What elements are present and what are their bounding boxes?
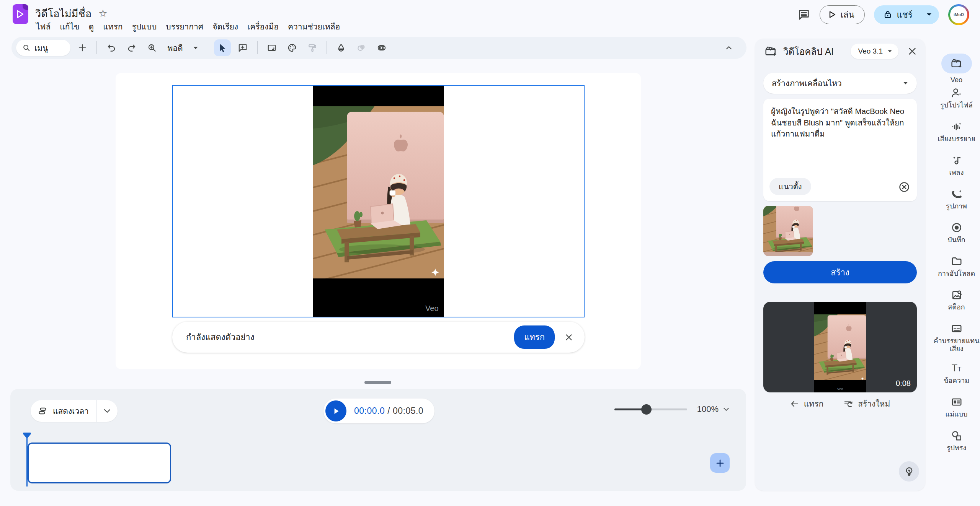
add-comment-button[interactable] [234, 39, 251, 56]
plus-icon [715, 458, 725, 468]
ai-video-panel: .cl-s{fill:none;stroke:#3c4043;stroke-wi… [755, 39, 925, 491]
app-logo-icon[interactable] [13, 4, 28, 24]
aspect-ratio-chip[interactable]: แนวตั้ง [769, 178, 811, 195]
create-button[interactable]: สร้าง [763, 261, 917, 283]
timeline-play-button[interactable] [325, 400, 346, 421]
comment-history-icon[interactable] [797, 8, 810, 21]
menu-insert[interactable]: แทรก [98, 19, 127, 34]
zoom-button[interactable] [144, 39, 160, 56]
animations-button[interactable] [373, 39, 390, 56]
close-panel-button[interactable] [907, 46, 918, 57]
undo-button[interactable] [103, 39, 120, 56]
generated-video-card[interactable]: Veo 0:08 [763, 302, 917, 392]
timeline-resize-handle[interactable] [364, 381, 391, 384]
rail-item-text[interactable]: TT ข้อความ [933, 363, 980, 396]
menu-arrange[interactable]: จัดเรียง [208, 19, 243, 34]
zoom-level-select[interactable]: 100% [697, 404, 729, 414]
tips-button[interactable] [899, 461, 919, 482]
rail-item-voiceover[interactable]: เสียงบรรยาย [933, 121, 980, 155]
transparency-button[interactable] [353, 39, 370, 56]
caret-down-icon [193, 46, 198, 50]
show-time-button[interactable]: แสดงเวลา [31, 400, 118, 422]
reference-image-thumbnail[interactable] [763, 206, 813, 256]
insert-generated-button[interactable]: แทรก [790, 397, 823, 410]
zoom-slider[interactable] [614, 408, 687, 410]
paint-roller-icon [307, 43, 317, 53]
clear-prompt-button[interactable] [898, 181, 910, 193]
time-separator: / [385, 406, 393, 416]
insert-content-button[interactable] [74, 39, 91, 56]
dismiss-preview-button[interactable] [564, 332, 574, 342]
video-preview[interactable]: Veo [313, 86, 444, 317]
toolbar: เมนู พอดี [11, 37, 746, 59]
menu-view[interactable]: ดู [84, 19, 98, 34]
play-button[interactable]: เล่น [820, 5, 865, 24]
palette-icon [287, 43, 297, 53]
rail-item-stock[interactable]: สต็อก [933, 289, 980, 323]
veo-watermark: Veo [425, 304, 438, 313]
theme-colors-button[interactable] [284, 39, 301, 56]
timeline-clip[interactable] [28, 443, 171, 483]
rail-item-music[interactable]: เพลง [933, 155, 980, 188]
collapse-toolbar-button[interactable] [720, 39, 737, 56]
rail-item-veo[interactable]: Veo [933, 54, 980, 87]
menu-help[interactable]: ความช่วยเหลือ [283, 19, 345, 34]
prompt-editor[interactable]: ผู้หญิงในรูปพูดว่า "สวัสดี MacBook Neo ฉ… [763, 99, 917, 201]
stock-media-icon [951, 289, 962, 301]
total-time: 00:05.0 [393, 406, 423, 416]
menu-file[interactable]: ไฟล์ [31, 19, 55, 34]
transparency-icon [356, 43, 366, 53]
rail-item-templates[interactable]: แม่แบบ [933, 396, 980, 430]
regenerate-button[interactable]: สร้างใหม่ [843, 397, 890, 410]
zoom-fit-select[interactable]: พอดี [164, 42, 202, 54]
paint-format-button[interactable] [304, 39, 321, 56]
canvas-area: Veo กำลังแสดงตัวอย่าง แทรก [116, 73, 641, 369]
arrow-left-icon [790, 399, 799, 408]
select-tool-button[interactable] [214, 39, 231, 56]
preview-toast: กำลังแสดงตัวอย่าง แทรก [172, 322, 585, 353]
redo-button[interactable] [123, 39, 140, 56]
current-time: 00:00.0 [354, 406, 385, 416]
menu-search-input[interactable]: เมนู [16, 40, 70, 56]
share-dropdown-button[interactable] [919, 13, 939, 16]
resize-frame-button[interactable] [263, 39, 280, 56]
undo-icon [106, 43, 116, 53]
ai-clapperboard-icon [765, 45, 777, 57]
plus-icon [77, 43, 87, 53]
add-scene-button[interactable] [710, 453, 730, 473]
rail-item-profile-picture[interactable]: รูปโปรไฟล์ [933, 87, 980, 121]
preview-status-label: กำลังแสดงตัวอย่าง [186, 330, 254, 344]
veo-watermark: Veo [837, 387, 843, 391]
rail-item-captions[interactable]: คำบรรยายแทนเสียง [933, 323, 980, 363]
rail-item-uploads[interactable]: การอัปโหลด [933, 255, 980, 289]
toolbar-divider [96, 41, 97, 54]
playhead[interactable] [23, 432, 31, 438]
rail-item-record[interactable]: บันทึก [933, 222, 980, 255]
cursor-icon [217, 43, 227, 53]
model-select[interactable]: Veo 3.1 [851, 44, 898, 59]
rail-item-images[interactable]: รูปภาพ [933, 188, 980, 222]
caret-down-icon [926, 13, 932, 16]
selected-video-frame[interactable]: Veo [172, 85, 585, 317]
menu-format[interactable]: รูปแบบ [127, 19, 162, 34]
share-button[interactable]: แชร์ [874, 5, 939, 24]
rail-item-shapes[interactable]: รูปทรง [933, 430, 980, 464]
generation-mode-select[interactable]: สร้างภาพเคลื่อนไหว [763, 73, 917, 94]
account-avatar[interactable]: iMoD [948, 4, 969, 25]
share-button-main[interactable]: แชร์ [874, 8, 919, 21]
zoom-slider-knob[interactable] [641, 404, 652, 415]
show-time-label: แสดงเวลา [53, 405, 89, 417]
caret-down-icon [903, 81, 908, 85]
star-favorite-icon[interactable]: ☆ [98, 8, 107, 20]
text-icon: TT [952, 363, 962, 374]
zoom-in-icon [147, 43, 157, 53]
duration-badge: 0:08 [896, 379, 911, 388]
menu-edit[interactable]: แก้ไข [55, 19, 84, 34]
menu-tools[interactable]: เครื่องมือ [243, 19, 283, 34]
insert-button[interactable]: แทรก [514, 325, 555, 349]
menu-ambience[interactable]: บรรยากาศ [161, 19, 208, 34]
generated-video-preview[interactable]: Veo [814, 302, 866, 392]
color-fill-button[interactable] [333, 39, 350, 56]
show-time-dropdown[interactable] [97, 409, 118, 413]
prompt-text[interactable]: ผู้หญิงในรูปพูดว่า "สวัสดี MacBook Neo ฉ… [771, 106, 909, 140]
